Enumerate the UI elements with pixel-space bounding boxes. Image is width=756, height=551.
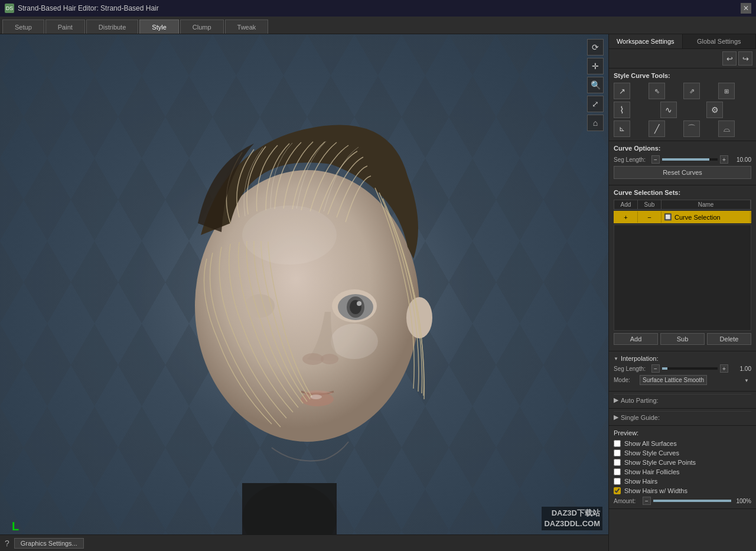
show-style-curve-points-checkbox[interactable] xyxy=(614,459,621,466)
show-hairs-label: Show Hairs xyxy=(624,478,657,485)
header-sub: Sub xyxy=(638,200,662,209)
title-left: DS Strand-Based Hair Editor: Strand-Base… xyxy=(5,4,159,13)
curve-tool-2[interactable]: ⌓ xyxy=(718,120,735,137)
curve-options-section: Curve Options: Seg Length: − + 10.00 Res… xyxy=(609,141,756,185)
comb-tool[interactable]: ⌇ xyxy=(614,102,630,118)
collapse-arrow: ▼ xyxy=(614,356,618,361)
title-bar: DS Strand-Based Hair Editor: Strand-Base… xyxy=(0,0,756,17)
show-hairs-widths-checkbox[interactable] xyxy=(614,487,621,494)
interp-seg-track[interactable] xyxy=(662,367,718,370)
show-hairs-row: Show Hairs xyxy=(614,478,751,485)
question-icon: ? xyxy=(5,539,9,548)
tab-clump[interactable]: Clump xyxy=(180,19,224,34)
interpolation-title: Interpolation: xyxy=(621,355,659,362)
amount-track[interactable] xyxy=(653,500,731,502)
graphics-settings-button[interactable]: Graphics Settings... xyxy=(14,538,84,549)
header-name: Name xyxy=(662,200,751,209)
home-view-button[interactable]: ⌂ xyxy=(587,115,604,131)
curve-options-title: Curve Options: xyxy=(614,145,751,152)
select-tool-4[interactable]: ⊞ xyxy=(718,83,735,99)
show-style-curve-points-row: Show Style Curve Points xyxy=(614,459,751,466)
anchor-tool[interactable]: ⊾ xyxy=(614,120,630,137)
seg-length-label: Seg Length: xyxy=(614,157,649,163)
window-title: Strand-Based Hair Editor: Strand-Based H… xyxy=(18,4,159,12)
select-tool-3[interactable]: ⇗ xyxy=(683,83,700,99)
tab-style[interactable]: Style xyxy=(139,19,178,34)
panel-tabs: Workspace Settings Global Settings xyxy=(609,34,756,49)
single-guide-label: Single Guide: xyxy=(621,414,660,421)
reset-curves-button[interactable]: Reset Curves xyxy=(614,166,751,179)
style-curve-tools-row2: ⌇ ∿ ⚙ xyxy=(614,102,751,118)
show-hairs-checkbox[interactable] xyxy=(614,478,621,485)
seg-length-plus[interactable]: + xyxy=(720,155,728,164)
seg-length-minus[interactable]: − xyxy=(651,155,660,164)
right-panel: Workspace Settings Global Settings ↩ ↪ S… xyxy=(608,34,756,551)
show-all-surfaces-checkbox[interactable] xyxy=(614,440,621,447)
svg-rect-1 xyxy=(242,483,337,542)
single-guide-arrow: ▶ xyxy=(614,413,618,421)
show-hair-follicles-label: Show Hair Follicles xyxy=(624,468,680,475)
app-icon: DS xyxy=(5,4,14,13)
line-tool[interactable]: ╱ xyxy=(649,120,665,137)
tab-distribute[interactable]: Distribute xyxy=(86,19,138,34)
3d-head xyxy=(106,58,472,542)
close-button[interactable]: ✕ xyxy=(741,3,751,14)
bottom-bar: ? Graphics Settings... xyxy=(0,534,608,551)
global-settings-tab[interactable]: Global Settings xyxy=(683,34,757,48)
row-sub: − xyxy=(638,211,662,223)
interp-seg-plus[interactable]: + xyxy=(720,364,728,373)
delete-set-button[interactable]: Delete xyxy=(707,333,751,345)
curve-tool-1[interactable]: ⌒ xyxy=(683,120,700,137)
amount-row: Amount: − 100% xyxy=(614,497,751,505)
undo-button[interactable]: ↩ xyxy=(722,51,737,66)
auto-parting-section: ▶ Auto Parting: xyxy=(609,392,756,409)
mode-select-wrapper: Surface Lattice Smooth xyxy=(640,375,751,385)
show-style-curves-checkbox[interactable] xyxy=(614,449,621,457)
settings-tool[interactable]: ⚙ xyxy=(706,102,723,118)
show-hair-follicles-checkbox[interactable] xyxy=(614,468,621,475)
interpolation-header[interactable]: ▼ Interpolation: xyxy=(614,355,751,362)
single-guide-section: ▶ Single Guide: xyxy=(609,409,756,426)
interp-seg-minus[interactable]: − xyxy=(651,364,660,373)
interp-seg-label: Seg Length: xyxy=(614,366,649,372)
tab-tweak[interactable]: Tweak xyxy=(225,19,269,34)
tab-bar: Setup Paint Distribute Style Clump Tweak xyxy=(0,17,756,34)
show-hair-follicles-row: Show Hair Follicles xyxy=(614,468,751,475)
curve-selection-sets-title: Curve Selection Sets: xyxy=(614,189,751,196)
show-hairs-widths-label: Show Hairs w/ Widths xyxy=(624,487,687,494)
tab-paint[interactable]: Paint xyxy=(45,19,85,34)
sets-header: Add Sub Name xyxy=(614,200,751,210)
preview-title: Preview: xyxy=(614,429,751,436)
select-tool-2[interactable]: ⇖ xyxy=(649,83,665,99)
amount-label: Amount: xyxy=(614,498,640,504)
action-buttons: Add Sub Delete xyxy=(614,333,751,345)
viewport[interactable]: ⟳ ✛ 🔍 ⤢ ⌂ L ? Graphics Settings... DAZ3D… xyxy=(0,34,608,551)
single-guide-row[interactable]: ▶ Single Guide: xyxy=(614,411,751,423)
workspace-settings-tab[interactable]: Workspace Settings xyxy=(609,34,683,48)
mode-select[interactable]: Surface Lattice Smooth xyxy=(640,375,707,385)
curve-selection-row[interactable]: + − 🔲 Curve Selection xyxy=(614,211,751,223)
show-style-curve-points-label: Show Style Curve Points xyxy=(624,459,696,466)
interpolation-section: ▼ Interpolation: Seg Length: − + 1.00 Mo… xyxy=(609,351,756,392)
style-curve-tools-title: Style Curve Tools: xyxy=(614,72,751,79)
svg-point-10 xyxy=(302,353,324,365)
sub-set-button[interactable]: Sub xyxy=(660,333,705,345)
svg-point-11 xyxy=(321,354,338,364)
pan-view-button[interactable]: ✛ xyxy=(587,58,604,74)
add-set-button[interactable]: Add xyxy=(614,333,658,345)
zoom-view-button[interactable]: 🔍 xyxy=(587,77,604,93)
amount-minus[interactable]: − xyxy=(643,497,651,505)
auto-parting-row[interactable]: ▶ Auto Parting: xyxy=(614,394,751,406)
seg-length-track[interactable] xyxy=(662,158,718,161)
seg-length-value: 10.00 xyxy=(731,157,751,163)
rotate-view-button[interactable]: ⟳ xyxy=(587,39,604,56)
row-add: + xyxy=(614,211,638,223)
select-tool-1[interactable]: ↗ xyxy=(614,83,630,99)
svg-point-14 xyxy=(242,206,337,265)
viewport-tools: ⟳ ✛ 🔍 ⤢ ⌂ xyxy=(587,39,604,131)
tab-setup[interactable]: Setup xyxy=(2,19,44,34)
header-add: Add xyxy=(614,200,638,209)
brush-tool[interactable]: ∿ xyxy=(660,102,677,118)
fit-view-button[interactable]: ⤢ xyxy=(587,96,604,112)
redo-button[interactable]: ↪ xyxy=(738,51,752,66)
